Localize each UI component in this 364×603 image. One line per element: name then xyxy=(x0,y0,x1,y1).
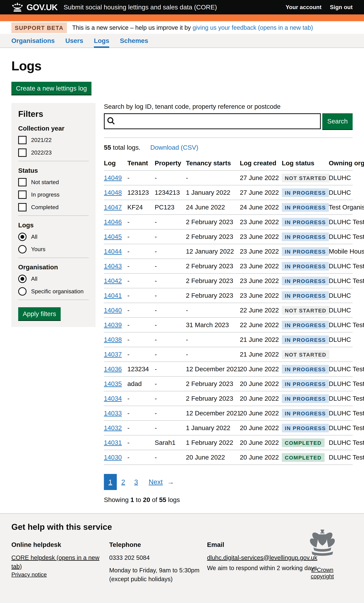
checkbox-not-started[interactable]: Not started xyxy=(18,178,89,186)
log-id-link[interactable]: 14035 xyxy=(104,380,122,387)
cell-owning-organisation: DLUHC Test xyxy=(329,391,353,406)
cell-property: - xyxy=(155,362,186,376)
log-id-link[interactable]: 14036 xyxy=(104,366,122,373)
status-badge: IN PROGRESS xyxy=(282,409,329,418)
apply-filters-button[interactable]: Apply filters xyxy=(18,307,61,320)
cell-log: 14048 xyxy=(104,185,127,200)
log-id-link[interactable]: 14041 xyxy=(104,292,122,299)
radio-control[interactable] xyxy=(18,245,26,254)
radio-control[interactable] xyxy=(18,287,26,296)
pagination-next-link[interactable]: Next xyxy=(142,474,164,490)
checkbox-control[interactable] xyxy=(18,149,26,157)
log-id-link[interactable]: 14044 xyxy=(104,248,122,255)
results-divider xyxy=(104,138,353,138)
cell-owning-organisation: DLUHC Test xyxy=(329,435,353,450)
summary-prefix: Showing xyxy=(104,496,130,503)
nav-item-logs[interactable]: Logs xyxy=(94,34,109,48)
checkbox-2022-23[interactable]: 2022/23 xyxy=(18,149,89,157)
search-icon xyxy=(107,117,115,127)
core-helpdesk-link[interactable]: CORE helpdesk (opens in a new tab) xyxy=(11,554,99,570)
pagination-page-2[interactable]: 2 xyxy=(117,474,130,490)
cell-log-status: IN PROGRESS xyxy=(282,420,329,435)
checkbox-2021-22[interactable]: 2021/22 xyxy=(18,136,89,144)
cell-tenancy-starts: 12 December 2021 xyxy=(186,406,240,420)
log-id-link[interactable]: 14039 xyxy=(104,321,122,328)
feedback-link[interactable]: giving us your feedback (opens in a new … xyxy=(193,24,313,31)
create-lettings-log-button[interactable]: Create a new lettings log xyxy=(11,82,92,95)
logs-table: LogTenantPropertyTenancy startsLog creat… xyxy=(104,157,353,465)
status-badge: IN PROGRESS xyxy=(282,424,329,432)
nav-item-schemes[interactable]: Schemes xyxy=(120,34,148,48)
cell-log: 14040 xyxy=(104,303,127,318)
log-id-link[interactable]: 14043 xyxy=(104,263,122,270)
pagination-page-1[interactable]: 1 xyxy=(104,474,117,490)
column-header-tenant: Tenant xyxy=(127,157,155,171)
cell-owning-organisation: DLUHC Test xyxy=(329,406,353,420)
cell-tenant: - xyxy=(127,318,155,332)
log-id-link[interactable]: 14037 xyxy=(104,351,122,358)
log-id-link[interactable]: 14045 xyxy=(104,233,122,240)
checkbox-control[interactable] xyxy=(18,178,26,186)
log-id-link[interactable]: 14033 xyxy=(104,410,122,417)
log-id-link[interactable]: 14034 xyxy=(104,395,122,402)
log-id-link[interactable]: 14049 xyxy=(104,174,122,181)
summary-suffix: logs xyxy=(166,496,180,503)
govuk-crown-icon[interactable] xyxy=(11,2,23,12)
log-id-link[interactable]: 14042 xyxy=(104,277,122,284)
checkbox-control[interactable] xyxy=(18,203,26,211)
checkbox-control[interactable] xyxy=(18,136,26,144)
search-input[interactable] xyxy=(104,113,321,129)
nav-item-users[interactable]: Users xyxy=(65,34,83,48)
privacy-notice-link[interactable]: Privacy notice xyxy=(11,571,47,578)
nav-item-organisations[interactable]: Organisations xyxy=(11,34,55,48)
cell-tenant: 123234 xyxy=(127,362,155,376)
radio-yours[interactable]: Yours xyxy=(18,245,89,254)
service-name[interactable]: Submit social housing lettings and sales… xyxy=(64,4,217,11)
radio-all[interactable]: All xyxy=(18,275,89,283)
status-badge: IN PROGRESS xyxy=(282,277,329,285)
sign-out-link[interactable]: Sign out xyxy=(330,4,353,11)
crown-copyright-link[interactable]: © Crown copyright xyxy=(304,567,341,580)
cell-owning-organisation: Test Organis xyxy=(329,200,353,215)
radio-control[interactable] xyxy=(18,275,26,283)
radio-control[interactable] xyxy=(18,233,26,241)
cell-owning-organisation: DLUHC xyxy=(329,185,353,200)
your-account-link[interactable]: Your account xyxy=(286,4,322,11)
cell-property: - xyxy=(155,318,186,332)
cell-tenancy-starts: 2 February 2023 xyxy=(186,273,240,288)
pagination-page-3[interactable]: 3 xyxy=(130,474,142,490)
log-id-link[interactable]: 14048 xyxy=(104,189,122,196)
log-id-link[interactable]: 14047 xyxy=(104,204,122,211)
checkbox-completed[interactable]: Completed xyxy=(18,203,89,211)
summary-of: of xyxy=(150,496,159,503)
cell-tenancy-starts: 1 February 2022 xyxy=(186,435,240,450)
cell-log-created: 23 June 2022 xyxy=(240,244,282,259)
email-link[interactable]: dluhc.digital-services@levellingup.gov.u… xyxy=(207,554,317,561)
log-id-link[interactable]: 14038 xyxy=(104,336,122,343)
cell-tenancy-starts: 12 December 2021 xyxy=(186,362,240,376)
cell-log-created: 27 June 2022 xyxy=(240,185,282,200)
cell-log-status: IN PROGRESS xyxy=(282,200,329,215)
search-button[interactable]: Search xyxy=(322,113,353,129)
log-id-link[interactable]: 14040 xyxy=(104,307,122,314)
log-id-link[interactable]: 14030 xyxy=(104,454,122,461)
option-label: All xyxy=(31,276,37,282)
log-id-link[interactable]: 14031 xyxy=(104,439,122,446)
cell-property: - xyxy=(155,420,186,435)
radio-specific-organisation[interactable]: Specific organisation xyxy=(18,287,89,296)
checkbox-control[interactable] xyxy=(18,190,26,199)
checkbox-in-progress[interactable]: In progress xyxy=(18,190,89,199)
filter-divider xyxy=(18,216,89,216)
table-row: 14046--2 February 202323 June 2022IN PRO… xyxy=(104,215,353,229)
phase-banner-prefix: This is a new service – help us improve … xyxy=(72,24,193,31)
cell-tenant: - xyxy=(127,420,155,435)
radio-all[interactable]: All xyxy=(18,233,89,241)
site-header: GOV.UK Submit social housing lettings an… xyxy=(0,0,364,14)
log-id-link[interactable]: 14032 xyxy=(104,424,122,431)
govuk-brand[interactable]: GOV.UK xyxy=(26,2,58,12)
logs-table-header-row: LogTenantPropertyTenancy startsLog creat… xyxy=(104,157,353,171)
log-id-link[interactable]: 14046 xyxy=(104,218,122,226)
summary-to: 20 xyxy=(143,496,150,503)
cell-log-status: IN PROGRESS xyxy=(282,215,329,229)
download-csv-link[interactable]: Download (CSV) xyxy=(150,144,198,151)
